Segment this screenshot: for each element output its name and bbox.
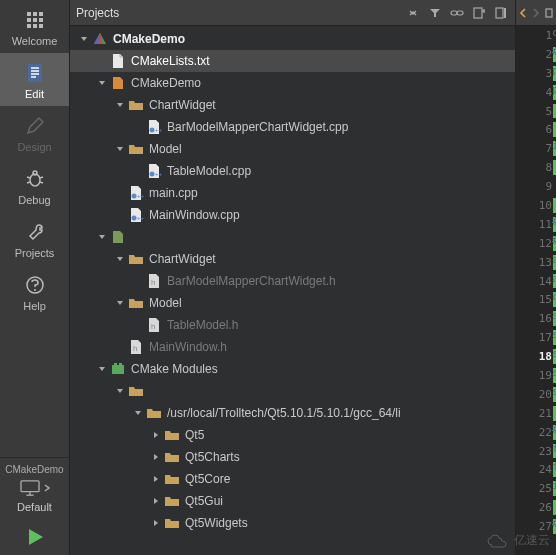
dropdown-button[interactable] [405,5,421,21]
monitor-icon [19,479,41,497]
pen-icon [23,114,47,138]
tree-row[interactable]: ++TableModel.cpp [70,160,515,182]
tree-row[interactable]: CMakeDemo [70,28,515,50]
mode-welcome[interactable]: Welcome [0,0,69,53]
expand-arrow[interactable] [114,99,126,111]
svg-rect-0 [27,12,31,16]
tree-label: TableModel.cpp [167,164,251,178]
tree-row[interactable]: Qt5Charts [70,446,515,468]
tree-row[interactable]: ChartWidget [70,94,515,116]
tree-row[interactable]: /usr/local/Trolltech/Qt5.10.1/5.10.1/gcc… [70,402,515,424]
tree-row[interactable]: hBarModelMapperChartWidget.h [70,270,515,292]
expand-arrow[interactable] [96,363,108,375]
link-icon[interactable] [449,5,465,21]
expand-arrow[interactable] [78,33,90,45]
gutter-line[interactable]: 23f [516,442,556,461]
mode-debug[interactable]: Debug [0,159,69,212]
expand-arrow[interactable] [150,451,162,463]
expand-arrow[interactable] [132,407,144,419]
svg-rect-22 [21,481,39,492]
gutter-line[interactable]: 2# [516,45,556,64]
tree-label: Qt5Core [185,472,230,486]
expand-arrow[interactable] [150,517,162,529]
line-number: 1 [545,29,552,42]
tree-row[interactable]: CMakeLists.txt [70,50,515,72]
tree-row[interactable] [70,226,515,248]
gutter-line[interactable]: 25i [516,479,556,498]
gutter-line[interactable]: 15c [516,290,556,309]
projects-header: Projects [70,0,515,26]
tree-row[interactable]: CMakeDemo [70,72,515,94]
gutter-line[interactable]: 24f [516,460,556,479]
kit-selector[interactable]: CMakeDemo Default [0,457,69,519]
expand-arrow[interactable] [96,231,108,243]
tree-row[interactable] [70,380,515,402]
tree-row[interactable]: ChartWidget [70,248,515,270]
gutter-line[interactable]: 5 [516,102,556,121]
gutter-line[interactable]: 20s [516,385,556,404]
project-tree[interactable]: CMakeDemoCMakeLists.txtCMakeDemoChartWid… [70,26,515,555]
gutter-line[interactable]: 12# [516,234,556,253]
gutter-line[interactable]: 18s [516,347,556,366]
expand-arrow[interactable] [150,495,162,507]
nav-menu-icon[interactable] [543,5,556,21]
tree-row[interactable]: Model [70,292,515,314]
gutter-line[interactable]: 22# [516,423,556,442]
code-hint: # [552,517,556,530]
gutter-line[interactable]: 26 [516,498,556,517]
gutter-line[interactable]: 8 [516,158,556,177]
gutter-line[interactable]: 11# [516,215,556,234]
expand-arrow[interactable] [96,77,108,89]
gutter-line[interactable]: 16s [516,309,556,328]
expand-arrow[interactable] [150,429,162,441]
svg-rect-31 [504,8,506,18]
expand-arrow[interactable] [114,297,126,309]
gutter-line[interactable]: 6 [516,120,556,139]
expand-arrow[interactable] [114,253,126,265]
code-hint: s [552,309,556,322]
svg-point-38 [132,216,137,221]
tree-row[interactable]: ++MainWindow.cpp [70,204,515,226]
gutter-line[interactable]: 19s [516,366,556,385]
gutter-line[interactable]: 9 [516,177,556,196]
expand-arrow[interactable] [114,385,126,397]
svg-text:h: h [133,344,137,353]
mode-edit[interactable]: Edit [0,53,69,106]
svg-text:++: ++ [137,193,144,199]
file-icon [110,53,126,69]
h-icon: h [146,317,162,333]
gutter-line[interactable]: 10 [516,196,556,215]
tree-row[interactable]: CMake Modules [70,358,515,380]
nav-back-button[interactable] [516,5,529,21]
mode-help[interactable]: Help [0,265,69,318]
gutter-line[interactable]: 4p [516,83,556,102]
tree-row[interactable]: ++BarModelMapperChartWidget.cpp [70,116,515,138]
gutter-line[interactable]: 21 [516,404,556,423]
mode-projects[interactable]: Projects [0,212,69,265]
tree-row[interactable]: Qt5 [70,424,515,446]
filter-icon[interactable] [427,5,443,21]
expand-arrow[interactable] [114,143,126,155]
gutter-line[interactable]: 7i [516,139,556,158]
gutter-line[interactable]: 14a [516,272,556,291]
gutter-line[interactable]: 17s [516,328,556,347]
line-gutter[interactable]: 1c2#3p4p567i891011#12#13a14a15c16s17s18s… [516,26,556,555]
run-button[interactable] [0,519,70,555]
tree-row[interactable]: ++main.cpp [70,182,515,204]
tree-row[interactable]: Qt5Widgets [70,512,515,534]
nav-forward-button[interactable] [529,5,542,21]
tree-row[interactable]: hTableModel.h [70,314,515,336]
mode-design[interactable]: Design [0,106,69,159]
add-panel-icon[interactable] [471,5,487,21]
gutter-line[interactable]: 3p [516,64,556,83]
close-panel-icon[interactable] [493,5,509,21]
tree-row[interactable]: Qt5Core [70,468,515,490]
svg-text:++: ++ [137,215,144,221]
tree-row[interactable]: Qt5Gui [70,490,515,512]
tree-row[interactable]: Model [70,138,515,160]
gutter-line[interactable]: 1c [516,26,556,45]
tree-label: CMakeLists.txt [131,54,210,68]
tree-row[interactable]: hMainWindow.h [70,336,515,358]
gutter-line[interactable]: 13a [516,253,556,272]
expand-arrow[interactable] [150,473,162,485]
